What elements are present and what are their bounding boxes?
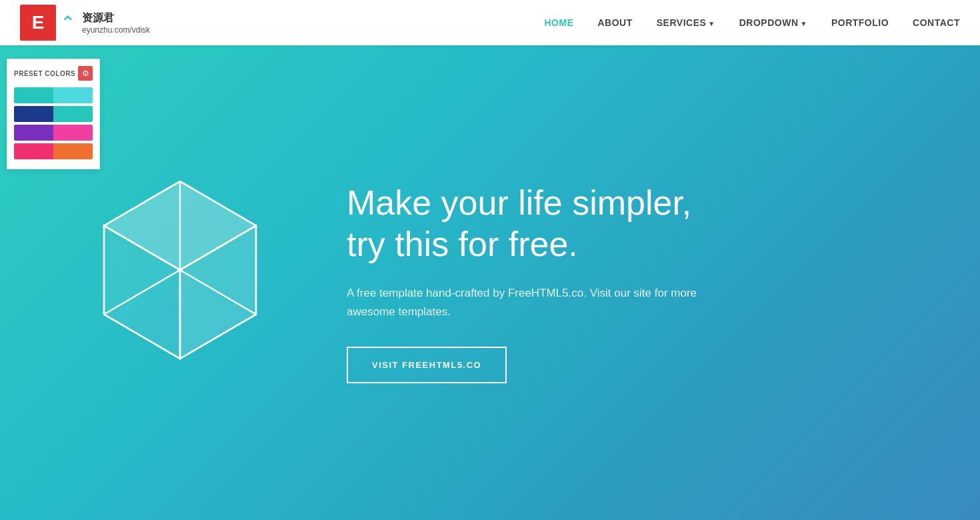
color-swatch-1b[interactable] — [53, 87, 93, 103]
hero-content: Make your life simpler,try this for free… — [347, 182, 927, 383]
nav-link-home[interactable]: HOME — [545, 17, 574, 28]
hero-cta-button[interactable]: VISIT FREEHTML5.CO — [347, 347, 507, 383]
gear-icon: ⚙ — [82, 69, 89, 78]
hero-section: Make your life simpler,try this for free… — [0, 0, 980, 520]
logo-text: 资源君 eyunzhu.com/vdisk — [82, 11, 150, 35]
color-row-4[interactable] — [14, 143, 93, 159]
nav-link-about[interactable]: ABOUT — [598, 17, 633, 28]
nav-item-services[interactable]: SERVICES▼ — [657, 17, 715, 29]
color-row-1[interactable] — [14, 87, 93, 103]
nav-link-services[interactable]: SERVICES▼ — [657, 17, 715, 28]
cube-icon — [60, 156, 300, 409]
color-row-3[interactable] — [14, 125, 93, 141]
preset-gear-button[interactable]: ⚙ — [78, 66, 93, 81]
nav-item-about[interactable]: ABOUT — [598, 17, 633, 29]
logo[interactable]: E ⌃ 资源君 eyunzhu.com/vdisk — [20, 5, 150, 41]
color-swatch-4b[interactable] — [53, 143, 93, 159]
nav-link-contact[interactable]: CONTACT — [913, 17, 960, 28]
logo-chinese: 资源君 — [82, 11, 150, 25]
color-swatch-3a[interactable] — [14, 125, 53, 141]
nav-link-portfolio[interactable]: PORTFOLIO — [831, 17, 889, 28]
nav-item-home[interactable]: HOME — [545, 17, 574, 29]
nav-item-portfolio[interactable]: PORTFOLIO — [831, 17, 889, 29]
preset-colors-panel: PRESET COLORS ⚙ — [7, 59, 100, 169]
hero-graphic — [53, 156, 307, 409]
logo-url: eyunzhu.com/vdisk — [82, 25, 150, 35]
hero-inner: Make your life simpler,try this for free… — [0, 156, 980, 409]
logo-arrow-icon: ⌃ — [60, 12, 75, 34]
color-swatch-4a[interactable] — [14, 143, 53, 159]
color-swatch-2b[interactable] — [53, 106, 93, 122]
navbar: E ⌃ 资源君 eyunzhu.com/vdisk HOME ABOUT SER… — [0, 0, 980, 45]
color-swatch-2a[interactable] — [14, 106, 53, 122]
nav-links: HOME ABOUT SERVICES▼ DROPDOWN▼ PORTFOLIO… — [545, 17, 961, 29]
color-row-2[interactable] — [14, 106, 93, 122]
logo-icon: E — [20, 5, 56, 41]
color-swatch-1a[interactable] — [14, 87, 53, 103]
preset-header: PRESET COLORS ⚙ — [14, 66, 93, 81]
nav-item-dropdown[interactable]: DROPDOWN▼ — [739, 17, 807, 29]
nav-item-contact[interactable]: CONTACT — [913, 17, 960, 29]
hero-subtitle: A free template hand-crafted by FreeHTML… — [347, 284, 747, 321]
color-swatch-3b[interactable] — [53, 125, 93, 141]
hero-title: Make your life simpler,try this for free… — [347, 182, 927, 265]
preset-colors-title: PRESET COLORS — [14, 70, 75, 77]
nav-link-dropdown[interactable]: DROPDOWN▼ — [739, 17, 807, 28]
